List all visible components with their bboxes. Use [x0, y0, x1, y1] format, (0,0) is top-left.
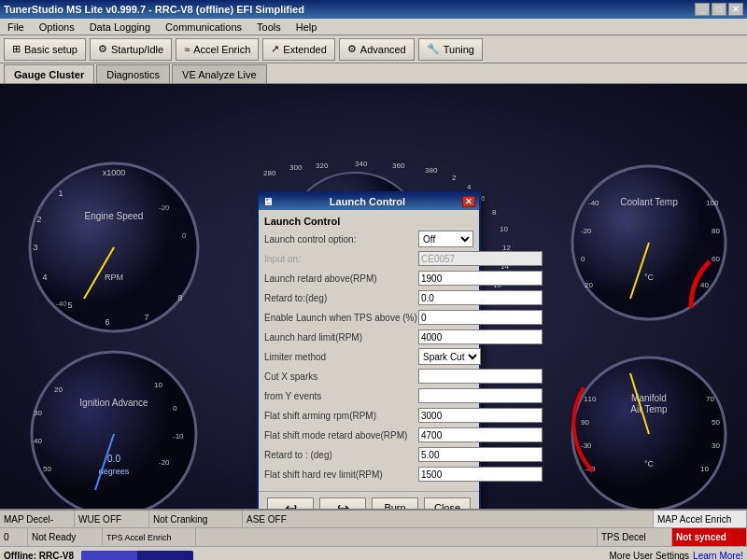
dialog-row-6: Limiter method Spark Cut Fuel Cut [264, 348, 473, 365]
toolbar-extended[interactable]: ↗ Extended [262, 38, 334, 61]
redo-button[interactable]: ↪ [319, 497, 366, 509]
dialog-row-7: Cut X sparks [264, 368, 473, 385]
toolbar-startup-idle[interactable]: ⚙ Startup/Idle [90, 38, 172, 61]
status-wue-off: WUE OFF [75, 511, 149, 527]
svg-text:10: 10 [500, 225, 508, 233]
maximize-button[interactable]: □ [712, 3, 726, 16]
toolbar-tuning[interactable]: 🔧 Tuning [418, 38, 483, 61]
menu-options[interactable]: Options [35, 21, 78, 33]
svg-text:0: 0 [182, 231, 187, 240]
dialog-row-3: Retard to:(deg) [264, 289, 473, 306]
label-input-on: Input on: [264, 254, 418, 264]
input-flat-shift-retard[interactable] [418, 427, 543, 442]
input-launch-hard-limit[interactable] [418, 329, 543, 344]
dialog-row-4: Enable Launch when TPS above (%) [264, 309, 473, 326]
menu-help[interactable]: Help [292, 21, 321, 33]
label-from-y-events: from Y events [264, 391, 418, 401]
svg-text:0: 0 [173, 404, 177, 413]
dialog-row-12: Flat shift hard rev limit(RPM) [264, 466, 473, 483]
select-launch-option[interactable]: Off On [418, 231, 473, 247]
input-cut-x-sparks[interactable] [418, 369, 543, 384]
svg-text:380: 380 [425, 166, 438, 175]
input-retard-to[interactable] [418, 290, 543, 305]
svg-text:x1000: x1000 [103, 168, 126, 177]
tab-gauge-cluster[interactable]: Gauge Cluster [4, 64, 94, 83]
dialog-row-0: Launch control option: Off On [264, 231, 473, 247]
svg-text:6: 6 [105, 317, 109, 327]
svg-text:80: 80 [712, 227, 720, 235]
status-map-accel: MAP Accel Enrich [654, 511, 747, 527]
label-flat-rev-limit: Flat shift hard rev limit(RPM) [264, 469, 418, 480]
svg-text:30: 30 [712, 441, 720, 450]
svg-text:30: 30 [34, 409, 42, 417]
tab-ve-analyze[interactable]: VE Analyze Live [172, 64, 267, 83]
toolbar-accel-enrich[interactable]: ≈ Accel Enrich [176, 38, 259, 61]
status-row-1: MAP Decel - WUE OFF Not Cranking ASE OFF… [0, 511, 747, 528]
select-limiter-method[interactable]: Spark Cut Fuel Cut [418, 348, 481, 365]
input-tps-above[interactable] [418, 310, 543, 325]
status-not-synced: Not synced [672, 528, 747, 546]
tab-diagnostics[interactable]: Diagnostics [96, 64, 170, 83]
status-tps-accel: TPS Accel Enrich [103, 528, 196, 546]
svg-text:RPM: RPM [105, 273, 123, 282]
status-not-ready: Not Ready [28, 528, 103, 546]
minimize-button[interactable]: _ [695, 3, 710, 16]
input-from-y-events[interactable] [418, 388, 543, 403]
dialog-row-5: Launch hard limit(RPM) [264, 329, 473, 345]
toolbar: ⊞ Basic setup ⚙ Startup/Idle ≈ Accel Enr… [0, 35, 747, 63]
menu-datalogging[interactable]: Data Logging [86, 21, 154, 33]
toolbar-basic-setup[interactable]: ⊞ Basic setup [4, 38, 86, 61]
menu-file[interactable]: File [4, 21, 28, 33]
svg-text:110: 110 [584, 395, 597, 403]
status-row-2: 0 Not Ready TPS Accel Enrich TPS Decel N… [0, 528, 747, 546]
svg-text:300: 300 [289, 163, 303, 172]
startup-icon: ⚙ [98, 43, 107, 55]
menu-communications[interactable]: Communications [162, 21, 246, 33]
dialog-close-button[interactable]: ✕ [462, 196, 475, 207]
status-val-0: 0 [0, 528, 28, 546]
label-retard-deg: Retard to : (deg) [264, 450, 418, 460]
dialog-buttons: ↩ ↪ Burn Close [259, 491, 479, 509]
svg-text:10: 10 [154, 381, 162, 389]
dialog-row-1: Input on: [264, 250, 473, 267]
accel-icon: ≈ [184, 44, 190, 55]
dialog-section-title: Launch Control [264, 216, 473, 227]
input-launch-retard[interactable] [418, 271, 543, 286]
undo-button[interactable]: ↩ [267, 497, 314, 509]
input-flat-shift-arming[interactable] [418, 408, 543, 423]
burn-button[interactable]: Burn [372, 497, 418, 509]
svg-text:8: 8 [492, 208, 497, 217]
close-button[interactable]: Close [424, 497, 471, 509]
svg-text:360: 360 [392, 161, 405, 170]
svg-text:340: 340 [355, 160, 368, 168]
launch-dialog: 🖥 Launch Control ✕ Launch Control Launch… [257, 191, 481, 509]
label-launch-retard: Launch retard above(RPM) [264, 273, 418, 284]
svg-text:5: 5 [67, 301, 72, 310]
svg-text:7: 7 [144, 313, 148, 322]
map-decel-label: MAP Decel [4, 514, 50, 525]
input-flat-rev-limit[interactable] [418, 467, 543, 482]
status-empty [196, 528, 598, 546]
dialog-content: Launch Control Launch control option: Of… [259, 210, 479, 491]
label-limiter-method: Limiter method [264, 352, 418, 362]
learn-more-link[interactable]: Learn More! [693, 551, 743, 560]
advanced-icon: ⚙ [347, 43, 357, 55]
progress-bar-container [81, 551, 193, 561]
toolbar-advanced[interactable]: ⚙ Advanced [339, 38, 415, 61]
menu-tools[interactable]: Tools [253, 21, 285, 33]
svg-text:2: 2 [452, 174, 457, 182]
svg-text:1: 1 [58, 189, 63, 198]
svg-text:°C: °C [644, 273, 655, 282]
input-retard-deg[interactable] [418, 447, 543, 462]
close-window-button[interactable]: ✕ [728, 3, 743, 16]
svg-text:50: 50 [712, 418, 720, 427]
svg-text:100: 100 [706, 199, 719, 207]
svg-text:Air Temp: Air Temp [630, 404, 668, 414]
input-input-on [418, 251, 543, 266]
status-tps-decel: TPS Decel [598, 528, 672, 546]
svg-text:8: 8 [177, 293, 182, 302]
svg-text:-10: -10 [173, 432, 184, 441]
svg-text:6: 6 [481, 194, 486, 203]
svg-text:0: 0 [581, 255, 585, 263]
svg-text:50: 50 [43, 465, 51, 473]
